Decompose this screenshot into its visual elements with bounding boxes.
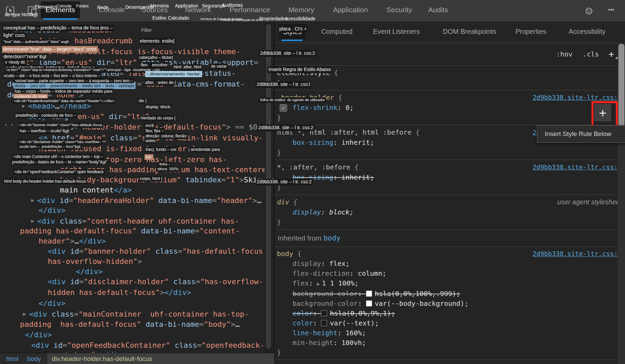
dom-node-line[interactable]: ▶<div id="headerAreaHolder" data-bi-name… [31,196,261,205]
tab-console[interactable]: Console [94,0,129,20]
sidebar-tab-accessibility[interactable]: Accessibility [565,22,610,41]
inspect-element-icon[interactable] [5,5,16,16]
rule-selector[interactable]: body, html {2d9bb338.site-ltr.css:2 [277,362,622,364]
dom-node-line[interactable]: hasPageActions hasBreadcrumb [7,37,133,45]
dom-node-line[interactable]: main content</a> [60,186,132,195]
css-declaration[interactable]: flex-direction: column; [277,269,622,278]
dom-node-line[interactable]: </div> [25,331,52,339]
tab-performance[interactable]: Performance [225,0,275,20]
color-swatch[interactable] [366,291,372,297]
dom-node-line[interactable]: header">…</div> [39,237,106,246]
element-classes-toggle[interactable]: .cls [583,50,599,58]
dom-node-line[interactable]: conceptual has-default-focus js-focus-vi… [7,47,240,56]
dom-node-line[interactable]: </div> [76,267,103,276]
breadcrumb-item-active[interactable]: div.header-holder.has-default-focus [47,353,274,364]
declaration-checkbox[interactable]: ✓ [280,104,287,112]
device-toolbar-icon[interactable] [26,5,38,16]
sidebar-tab-computed[interactable]: Computed [317,22,357,41]
new-style-rule-button[interactable]: + [608,49,614,60]
rule-selector[interactable]: div {user agent stylesheet [277,197,622,207]
dom-node-line[interactable]: <div id="openFeedbackContainer" class="o… [31,341,264,350]
inherited-body-link[interactable]: body [323,234,341,242]
sidebar-tab-event-listeners[interactable]: Event Listeners [369,22,424,41]
rule-selector[interactable]: body {2d9bb338.site-ltr.css:2 [277,249,622,259]
sidebar-tab-dom-breakpoints[interactable]: DOM Breakpoints [439,22,500,41]
expand-arrow-icon[interactable]: ▶ [22,103,25,109]
styles-scrollbar[interactable] [618,43,625,364]
tab-memory[interactable]: Memory [284,0,319,20]
dom-node-line[interactable]: hidden-focused is-fixed has-inner-focus [39,144,214,153]
more-options-icon[interactable]: ⋯ [608,3,615,15]
css-declaration[interactable]: background-color: var(--body-background)… [277,299,622,309]
dom-node-line-selected[interactable]: <div class="header-holder has-default-fo… [29,123,258,132]
dom-node-line[interactable]: light" lang="en-us" dir="ltr" data-css-v… [7,58,258,67]
scrollbar-thumb[interactable] [619,44,624,127]
css-declaration[interactable]: display: flex; [277,259,622,269]
css-declaration[interactable]: color: hsla(0,0%,9%,1); [277,309,622,318]
css-declaration[interactable]: background-color: hsla(0,0%,100%,.999); [277,289,622,299]
css-declaration[interactable]: flex: ▶1 1 100%; [277,278,622,289]
dom-node-line[interactable]: ▶<div class="content-header uhf-containe… [31,217,239,226]
feedback-smiley-icon[interactable]: ☺ [585,5,592,17]
dom-node-line[interactable]: ▶<div class="mainContainer uhf-container… [23,310,249,319]
tab-elements[interactable]: Elements [41,1,80,18]
dom-node-line[interactable]: focus-visible has-top-zero has-left-zero… [25,155,227,164]
dom-node-line[interactable]: right-zero has-padding-medium has-text-c… [60,165,271,174]
css-declaration[interactable]: box-sizing: inherit; [277,172,622,182]
css-declaration[interactable]: display: block; [277,207,622,217]
dom-node-line[interactable]: <div id="banner-holder" class="has-defau… [48,247,263,256]
expand-arrow-icon[interactable]: ▶ [23,311,26,317]
dom-node-line[interactable]: hidden has-default-focus"></div> [48,288,191,297]
stylesheet-link[interactable]: 2d9bb338.site-ltr.css:1 [533,162,622,172]
dom-node-line[interactable]: <div id="disclaimer-holder" class="has-o… [48,277,263,286]
css-declaration[interactable]: min-height: 100vh; [277,338,622,348]
breadcrumb-item[interactable]: body [23,353,45,364]
breadcrumb-item[interactable]: html [0,353,23,364]
dom-node-line[interactable]: detection="none"> [7,91,83,99]
dom-node-line[interactable]: <html class="hasSidebar [10,26,113,35]
rule-selector[interactable]: *, :after, :before {2d9bb338.site-ltr.cs… [277,162,622,172]
sidebar-tab-styles[interactable]: Styles [279,24,305,40]
expand-arrow-icon[interactable]: ▶ [31,218,34,224]
expand-value-icon[interactable]: ▶ [317,281,320,287]
dom-node-line[interactable]: determined="true" data-target="docs" dat… [7,80,245,89]
style-rules-list: element.style {}.header-holder {2d9bb338… [275,66,625,364]
panel-divider[interactable] [274,22,275,364]
user-agent-stylesheet-label: user agent stylesheet [557,197,622,207]
css-declaration[interactable]: ✓flex-shrink: 0; [277,103,622,113]
dom-node-line[interactable]: has-body-background-medium" tabindex="1"… [60,176,274,184]
stylesheet-link[interactable]: 2d9bb338.site-ltr.css:2 [533,362,622,364]
sidebar-tab-properties[interactable]: Properties [511,22,550,41]
color-swatch[interactable] [366,300,372,306]
dom-node-line[interactable]: "true" data-authenticated="false" data-a… [7,69,236,78]
rule-selector[interactable]: .header-holder {2d9bb338.site-ltr.css:2 [277,92,622,103]
css-declaration[interactable]: line-height: 160%; [277,328,622,338]
tab-network[interactable]: Network [180,0,216,20]
rule-selector[interactable]: element.style { [277,68,622,78]
color-swatch[interactable] [321,310,327,316]
styles-filter-input[interactable] [282,50,546,59]
dom-node-line[interactable]: </div> [39,206,65,215]
dom-node-line[interactable]: has-overflow-hidden"> [48,257,142,266]
dom-node-line[interactable]: container"></div> [51,350,127,353]
dom-node-line[interactable]: <a href="#main" class="skip-to-main-link… [39,134,263,142]
scrollbar-thumb[interactable] [266,24,271,349]
tab-sources[interactable]: Sources [137,0,172,20]
rule-closing-brace: } [277,147,622,158]
dom-node-line[interactable]: padding has-default-focus" data-bi-name=… [20,227,240,235]
tab-audits[interactable]: Audits [424,0,453,20]
ellipsis-gutter-icon[interactable]: ··· [3,120,22,130]
expand-arrow-icon[interactable]: ▶ [31,197,34,203]
dom-node-line[interactable]: <body lang="en-us" dir="ltr"> [24,112,154,121]
css-declaration[interactable]: color: var(--text); [277,318,622,328]
color-swatch[interactable] [321,320,327,326]
devtools-toolbar: ElementsConsoleSourcesNetworkPerformance… [0,0,625,22]
dom-node-line[interactable]: padding has-default-focus" data-bi-name=… [20,320,240,329]
stylesheet-link[interactable]: 2d9bb338.site-ltr.css:2 [533,249,622,259]
elements-scrollbar[interactable] [265,22,272,353]
dom-node-line[interactable]: ▶<head>…</head> [22,101,91,111]
tab-application[interactable]: Application [328,0,373,20]
dom-node-line[interactable]: </div> [39,299,65,308]
pseudo-state-toggle[interactable]: :hov [556,50,573,58]
tab-security[interactable]: Security [382,0,417,20]
